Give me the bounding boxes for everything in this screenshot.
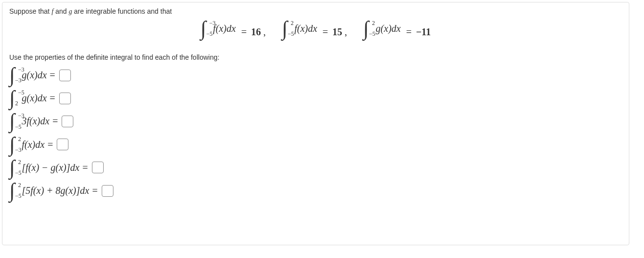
lower-bound: −5 bbox=[206, 30, 213, 38]
question-integral: ∫ −5 2 g(x)dx bbox=[9, 92, 47, 104]
question-card: Suppose that f and g are integrable func… bbox=[2, 2, 629, 245]
answer-input-5[interactable] bbox=[92, 162, 104, 173]
upper-bound: −3 bbox=[209, 20, 216, 27]
lower-bound: −5 bbox=[15, 192, 22, 200]
lower-bound: −5 bbox=[15, 123, 22, 131]
lower-bound: −5 bbox=[15, 169, 22, 177]
integrand: f(x)dx bbox=[213, 23, 236, 34]
question-row-5: ∫ 2 −5 [f(x) − g(x)]dx = bbox=[9, 162, 622, 174]
lower-bound: −3 bbox=[15, 77, 22, 84]
integral-sign-icon: ∫ bbox=[282, 23, 288, 35]
instruction-text: Use the properties of the definite integ… bbox=[9, 53, 622, 61]
equals: = bbox=[50, 93, 55, 104]
answer-input-3[interactable] bbox=[62, 116, 73, 127]
question-integral: ∫ −3 −5 3f(x)dx bbox=[9, 115, 49, 127]
prompt-pre: Suppose that bbox=[9, 7, 51, 15]
given-integral-1: ∫ −3 −5 f(x)dx bbox=[200, 23, 236, 35]
upper-bound: 2 bbox=[18, 159, 21, 166]
upper-bound: 2 bbox=[18, 182, 21, 189]
separator: , bbox=[345, 26, 347, 37]
answer-input-4[interactable] bbox=[57, 139, 68, 150]
integral-sign-icon: ∫ bbox=[363, 23, 369, 35]
prompt-text: Suppose that f and g are integrable func… bbox=[9, 7, 622, 16]
question-integral: ∫ 2 −3 f(x)dx bbox=[9, 139, 44, 151]
integrand: 3f(x)dx bbox=[22, 116, 50, 127]
integrand: f(x)dx bbox=[294, 23, 317, 34]
answer-input-6[interactable] bbox=[102, 185, 113, 197]
integral-sign-icon: ∫ bbox=[200, 23, 206, 35]
question-row-3: ∫ −3 −5 3f(x)dx = bbox=[9, 115, 622, 127]
given-integrals: ∫ −3 −5 f(x)dx = 16 , ∫ 2 −5 f(x)dx = 15… bbox=[9, 23, 622, 38]
upper-bound: −5 bbox=[18, 89, 24, 96]
equals: = bbox=[82, 162, 88, 173]
equals: = bbox=[50, 70, 55, 81]
value: −11 bbox=[416, 26, 431, 37]
given-integral-3: ∫ 2 −5 g(x)dx bbox=[363, 23, 401, 35]
lower-bound: −3 bbox=[15, 146, 22, 154]
answer-input-1[interactable] bbox=[59, 70, 71, 81]
prompt-mid: and bbox=[53, 7, 68, 15]
prompt-post: are integrable functions and that bbox=[72, 7, 172, 15]
upper-bound: 2 bbox=[290, 20, 293, 27]
separator: , bbox=[263, 26, 266, 37]
integral-sign-icon: ∫ bbox=[9, 162, 15, 174]
integral-sign-icon: ∫ bbox=[9, 69, 15, 81]
question-integral: ∫ 2 −5 [f(x) − g(x)]dx bbox=[9, 162, 79, 174]
integrand: g(x)dx bbox=[22, 93, 47, 104]
given-integral-2: ∫ 2 −5 f(x)dx bbox=[282, 23, 317, 35]
integrand: f(x)dx bbox=[22, 139, 45, 150]
question-row-4: ∫ 2 −3 f(x)dx = bbox=[9, 139, 622, 151]
integrand: g(x)dx bbox=[376, 23, 400, 34]
equals: = bbox=[47, 139, 53, 150]
lower-bound: −5 bbox=[288, 30, 294, 38]
upper-bound: 2 bbox=[18, 136, 21, 143]
upper-bound: −3 bbox=[18, 66, 24, 73]
equals: = bbox=[323, 26, 328, 37]
integral-sign-icon: ∫ bbox=[9, 139, 15, 151]
lower-bound: 2 bbox=[15, 100, 18, 107]
upper-bound: −3 bbox=[18, 112, 24, 119]
integrand: [f(x) − g(x)]dx bbox=[22, 162, 80, 173]
equals: = bbox=[52, 116, 58, 127]
lower-bound: −5 bbox=[369, 30, 376, 38]
equals: = bbox=[92, 185, 97, 196]
integral-sign-icon: ∫ bbox=[9, 92, 15, 104]
integrand: g(x)dx bbox=[22, 70, 47, 81]
integrand: [5f(x) + 8g(x)]dx bbox=[22, 185, 89, 196]
question-row-6: ∫ 2 −5 [5f(x) + 8g(x)]dx = bbox=[9, 185, 622, 197]
integral-sign-icon: ∫ bbox=[9, 185, 15, 197]
equals: = bbox=[241, 26, 246, 37]
value: 16 bbox=[251, 26, 261, 37]
question-row-2: ∫ −5 2 g(x)dx = bbox=[9, 92, 622, 104]
equals: = bbox=[406, 26, 411, 37]
upper-bound: 2 bbox=[372, 20, 375, 27]
question-integral: ∫ −3 −3 g(x)dx bbox=[9, 69, 47, 81]
question-integral: ∫ 2 −5 [5f(x) + 8g(x)]dx bbox=[9, 185, 89, 197]
integral-sign-icon: ∫ bbox=[9, 115, 15, 127]
value: 15 bbox=[333, 26, 342, 37]
question-row-1: ∫ −3 −3 g(x)dx = bbox=[9, 69, 622, 81]
answer-input-2[interactable] bbox=[59, 93, 71, 104]
